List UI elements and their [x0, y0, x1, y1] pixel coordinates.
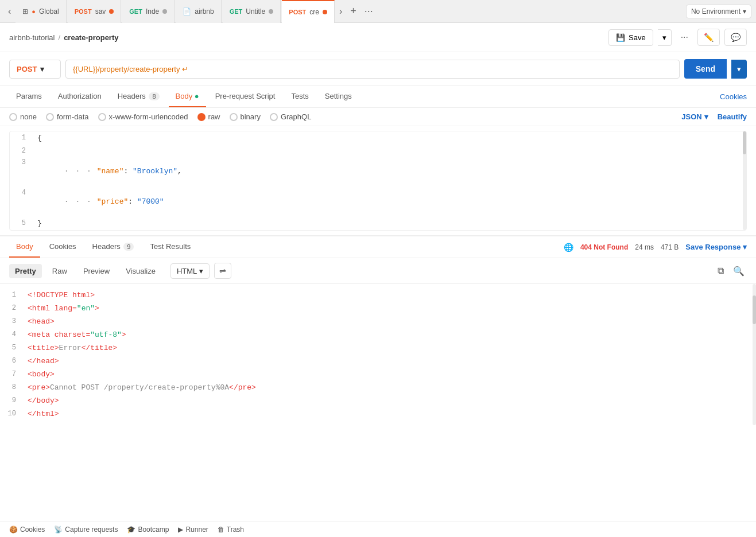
tabs-overflow-button[interactable]: ··· — [361, 3, 377, 20]
format-tab-raw[interactable]: Raw — [46, 264, 73, 278]
request-header: airbnb-tutorial / create-property 💾 Save… — [0, 23, 756, 52]
save-response-label: Save Response — [685, 243, 741, 251]
tab-get-untitle[interactable]: GET Untitle — [223, 0, 281, 23]
tab-body[interactable]: Body ● — [169, 86, 206, 107]
resp-line-7: 7 <body> — [0, 368, 756, 381]
save-dropdown-button[interactable]: ▾ — [658, 29, 672, 46]
resp-line-8: 8 <pre>Cannot POST /property/create-prop… — [0, 381, 756, 394]
body-type-form-data[interactable]: form-data — [46, 112, 89, 121]
tab-label: cre — [309, 8, 319, 16]
url-bar: POST ▾ Send ▾ — [0, 52, 756, 86]
graphql-label: GraphQL — [281, 112, 311, 121]
send-label: Send — [696, 64, 715, 73]
tab-get-index[interactable]: GET Inde — [122, 0, 175, 23]
tab-airbnb[interactable]: 📄 airbnb — [176, 0, 221, 23]
tab-post-create[interactable]: POST cre — [282, 0, 335, 23]
raw-label: raw — [208, 112, 220, 121]
tab-tests[interactable]: Tests — [284, 86, 315, 107]
body-type-graphql[interactable]: GraphQL — [270, 112, 311, 121]
response-cookies-label: Cookies — [49, 242, 76, 251]
tab-pre-request[interactable]: Pre-request Script — [208, 86, 282, 107]
send-dropdown-button[interactable]: ▾ — [731, 60, 747, 79]
body-type-none[interactable]: none — [9, 112, 37, 121]
format-tab-visualize[interactable]: Visualize — [120, 264, 161, 278]
none-label: none — [20, 112, 37, 121]
graphql-radio — [270, 113, 278, 121]
tab-params[interactable]: Params — [9, 86, 49, 107]
breadcrumb-separator: / — [59, 33, 61, 42]
globe-icon: 🌐 — [564, 243, 573, 252]
tab-label: Inde — [146, 7, 159, 15]
beautify-button[interactable]: Beautify — [718, 112, 747, 121]
code-line-5: 5 } — [10, 217, 746, 230]
request-body-editor[interactable]: 1 { 2 3 · · · "name": "Brooklyn", 4 · · … — [9, 131, 747, 231]
breadcrumb: airbnb-tutorial / create-property — [9, 33, 119, 42]
binary-radio — [230, 113, 238, 121]
copy-response-button[interactable]: ⧉ — [715, 263, 726, 278]
code-line-1: 1 { — [10, 131, 746, 145]
format-tab-preview[interactable]: Preview — [77, 264, 115, 278]
response-tab-cookies[interactable]: Cookies — [42, 236, 83, 258]
save-response-button[interactable]: Save Response ▾ — [685, 243, 747, 251]
tab-label: airbnb — [195, 7, 214, 15]
resp-line-9: 9 </body> — [0, 394, 756, 407]
tab-method: POST — [289, 9, 306, 15]
pretty-label: Pretty — [15, 267, 36, 275]
resp-line-2: 2 <html lang="en"> — [0, 302, 756, 315]
add-tab-button[interactable]: + — [347, 3, 360, 20]
tab-globals[interactable]: ⊞ ● Global — [15, 0, 66, 23]
request-tabs-nav: Params Authorization Headers 8 Body ● Pr… — [0, 86, 756, 108]
method-selector[interactable]: POST ▾ — [9, 60, 61, 79]
response-format-selector[interactable]: HTML ▾ — [170, 263, 210, 279]
response-format-label: HTML — [177, 267, 197, 275]
body-type-binary[interactable]: binary — [230, 112, 261, 121]
environment-selector[interactable]: No Environment ▾ — [686, 5, 751, 18]
breadcrumb-current: create-property — [64, 33, 118, 42]
tab-bar: ‹ ⊞ ● Global POST sav GET Inde 📄 airbnb … — [0, 0, 756, 23]
tab-post-save[interactable]: POST sav — [68, 0, 122, 23]
editor-scrollbar[interactable] — [743, 131, 746, 230]
wrap-lines-button[interactable]: ⇌ — [214, 263, 231, 279]
response-test-results-label: Test Results — [150, 242, 191, 251]
json-format-label: JSON — [681, 112, 701, 121]
comment-button[interactable]: 💬 — [724, 29, 747, 46]
response-tab-body[interactable]: Body — [9, 236, 40, 258]
body-type-urlencoded[interactable]: x-www-form-urlencoded — [98, 112, 188, 121]
tab-settings[interactable]: Settings — [318, 86, 359, 107]
tab-authorization[interactable]: Authorization — [51, 86, 108, 107]
tab-headers[interactable]: Headers 8 — [111, 86, 166, 107]
tab-forward-button[interactable]: › — [336, 4, 346, 19]
search-response-button[interactable]: 🔍 — [731, 263, 747, 279]
form-data-radio — [46, 113, 54, 121]
more-options-button[interactable]: ··· — [676, 30, 693, 45]
code-line-3: 3 · · · "name": "Brooklyn", — [10, 156, 746, 186]
save-button[interactable]: 💾 Save — [608, 29, 653, 46]
raw-radio — [197, 113, 206, 121]
tab-back-button[interactable]: ‹ — [5, 4, 14, 19]
response-tab-test-results[interactable]: Test Results — [143, 236, 197, 258]
url-input[interactable] — [65, 60, 680, 79]
response-body-label: Body — [16, 242, 33, 251]
collection-icon: ⊞ — [22, 7, 28, 15]
env-label: No Environment — [691, 7, 741, 15]
save-response-chevron: ▾ — [743, 243, 747, 251]
json-format-selector[interactable]: JSON ▾ — [681, 112, 708, 121]
urlencoded-label: x-www-form-urlencoded — [109, 112, 188, 121]
body-tab-label: Body ● — [176, 92, 199, 100]
response-status: 404 Not Found — [580, 243, 628, 251]
edit-button[interactable]: ✏️ — [697, 29, 720, 46]
save-icon: 💾 — [616, 33, 625, 42]
none-radio — [9, 113, 17, 121]
response-scrollbar-thumb — [753, 295, 756, 324]
response-tab-headers[interactable]: Headers 9 — [86, 236, 141, 258]
cookies-link[interactable]: Cookies — [720, 92, 747, 101]
body-type-raw[interactable]: raw — [197, 112, 220, 121]
response-scrollbar[interactable] — [753, 284, 756, 425]
headers-tab-label: Headers 8 — [118, 92, 160, 100]
response-time: 24 ms — [635, 243, 654, 251]
header-actions: 💾 Save ▾ ··· ✏️ 💬 — [608, 29, 747, 46]
send-button[interactable]: Send — [684, 59, 727, 79]
format-tab-pretty[interactable]: Pretty — [9, 264, 42, 278]
tab-method: POST — [75, 8, 92, 15]
response-size: 471 B — [661, 243, 679, 251]
